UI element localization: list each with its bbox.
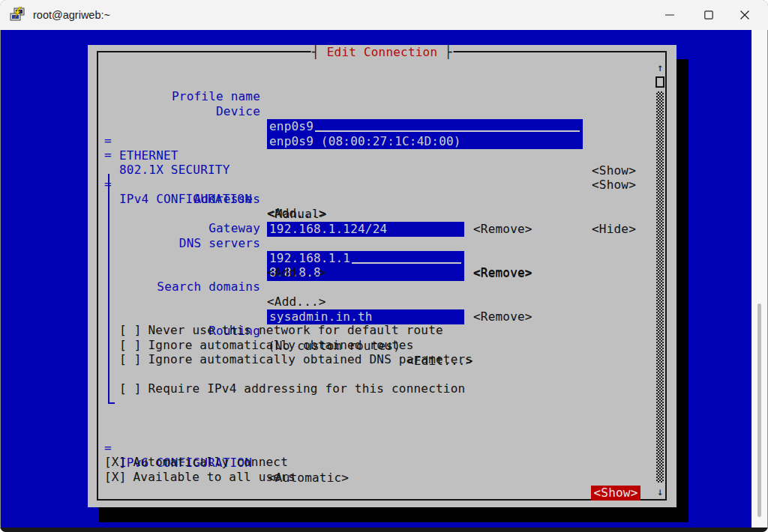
dialog-title: ┤ Edit Connection ├	[310, 45, 454, 60]
search-domain-add-button[interactable]: <Add...>	[267, 294, 326, 309]
checkbox-glyph: [ ]	[119, 323, 142, 338]
window-titlebar[interactable]: root@agriweb:~	[0, 0, 768, 30]
checkbox-never-default-route[interactable]: [ ]Never use this network for default ro…	[119, 323, 443, 338]
minimize-button[interactable]	[652, 0, 687, 30]
checkbox-label: Available to all users	[134, 470, 296, 485]
checkbox-ignore-auto-routes[interactable]: [ ]Ignore automatically obtained routes	[119, 338, 413, 353]
dialog-title-text: Edit Connection	[320, 45, 445, 59]
checkbox-glyph: [ ]	[119, 352, 142, 367]
checkbox-label: Ignore automatically obtained routes	[148, 338, 414, 353]
scroll-up-icon[interactable]: ↑	[656, 60, 664, 75]
checkbox-require-ipv4[interactable]: [ ]Require IPv4 addressing for this conn…	[119, 381, 465, 396]
terminal-screen: ┤ Edit Connection ├ Profile name enp0s9 …	[1, 30, 752, 528]
title-decor-left: ┤	[312, 45, 320, 59]
dialog-scrollbar[interactable]: ↑ ↓	[656, 60, 664, 499]
device-label: Device	[88, 104, 260, 119]
section-bullet: =	[104, 441, 112, 456]
checkbox-ignore-auto-dns[interactable]: [ ]Ignore automatically obtained DNS par…	[119, 352, 472, 367]
scrollbar-thumb[interactable]	[656, 76, 664, 88]
checkbox-glyph: [ ]	[119, 381, 142, 396]
ipv4-tree-corner	[108, 402, 115, 404]
terminal-window: root@agriweb:~ ┤ Edit Connection ├ Profi…	[0, 0, 768, 532]
dialog-shadow	[99, 507, 688, 522]
window-title: root@agriweb:~	[33, 0, 110, 30]
scroll-down-icon[interactable]: ↓	[656, 484, 664, 499]
maximize-button[interactable]	[692, 0, 726, 30]
window-scrollbar[interactable]	[752, 30, 767, 528]
checkbox-label: Ignore automatically obtained DNS parame…	[148, 352, 473, 367]
checkbox-label: Never use this network for default route	[148, 323, 443, 338]
dialog-shadow	[676, 59, 688, 522]
putty-app-icon	[9, 7, 26, 23]
section-bullet: =	[104, 148, 112, 163]
checkbox-label: Automatically connect	[134, 455, 289, 470]
edit-connection-dialog: ┤ Edit Connection ├ Profile name enp0s9 …	[88, 45, 676, 507]
checkbox-label: Require IPv4 addressing for this connect…	[148, 381, 466, 396]
window-bottom-edge	[0, 528, 768, 532]
window-scrollbar-thumb[interactable]	[758, 303, 761, 517]
checkbox-glyph: [X]	[104, 455, 127, 470]
ipv6-show-button-focused[interactable]: <Show>	[591, 486, 640, 501]
close-button[interactable]	[728, 0, 762, 30]
checkbox-automatically-connect[interactable]: [X]Automatically connect	[104, 455, 288, 470]
checkbox-available-all-users[interactable]: [X]Available to all users	[104, 470, 296, 485]
scrollbar-track[interactable]	[656, 91, 664, 483]
checkbox-glyph: [X]	[104, 470, 127, 485]
title-decor-right: ├	[445, 45, 452, 59]
checkbox-glyph: [ ]	[119, 338, 142, 353]
